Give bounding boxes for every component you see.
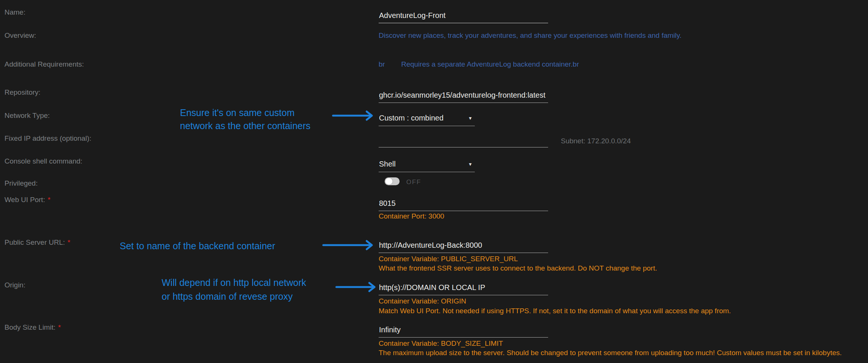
additional-requirements-prefix: br: [379, 60, 385, 68]
webui-port-label: Web UI Port:: [4, 196, 45, 204]
webui-port-input[interactable]: [379, 199, 548, 211]
console-shell-select[interactable]: Shell ▼: [379, 160, 475, 172]
network-type-select[interactable]: Custom : combined ▼: [379, 114, 475, 126]
console-shell-label: Console shell command:: [4, 157, 82, 165]
repository-label: Repository:: [4, 88, 40, 97]
origin-annotation-arrow-icon: [336, 281, 379, 293]
origin-label: Origin:: [4, 281, 25, 289]
origin-variable-note: Container Variable: ORIGIN: [379, 297, 466, 305]
body-size-limit-label: Body Size Limit:: [4, 323, 55, 331]
public-server-url-input[interactable]: [379, 241, 548, 253]
toggle-knob: [385, 178, 392, 184]
container-template-form: Name: Overview: Discover new places, tra…: [0, 0, 868, 363]
container-port-note: Container Port: 3000: [379, 212, 444, 220]
chevron-down-icon: ▼: [468, 162, 473, 167]
chevron-down-icon: ▼: [468, 116, 473, 121]
privileged-state-label: OFF: [406, 179, 421, 186]
public-server-url-description: What the frontend SSR server uses to con…: [379, 264, 657, 272]
origin-annotation-line1: Will depend if on http local network: [162, 277, 306, 288]
repository-input[interactable]: [379, 91, 548, 103]
name-input[interactable]: [379, 11, 548, 23]
subnet-note: Subnet: 172.20.0.0/24: [561, 137, 631, 145]
origin-annotation-line2: or https domain of revese proxy: [162, 291, 293, 302]
body-size-limit-description: The maximum upload size to the server. S…: [379, 349, 842, 357]
public-url-annotation: Set to name of the backend container: [120, 241, 275, 251]
required-asterisk: *: [48, 196, 50, 204]
body-size-limit-input[interactable]: [379, 326, 548, 338]
network-annotation-line1: Ensure it's on same custom: [180, 107, 294, 118]
additional-requirements-text: br Requires a separate AdventureLog back…: [379, 60, 579, 68]
body-size-limit-variable-note: Container Variable: BODY_SIZE_LIMIT: [379, 339, 503, 348]
network-annotation-arrow-icon: [332, 110, 376, 121]
required-asterisk: *: [68, 238, 70, 246]
origin-input[interactable]: [379, 283, 548, 295]
network-annotation-line2: network as the other containers: [180, 121, 311, 131]
public-server-url-label: Public Server URL:: [4, 238, 65, 246]
overview-text: Discover new places, track your adventur…: [379, 31, 682, 40]
body-size-limit-label-row: Body Size Limit:*: [4, 323, 61, 332]
origin-description: Match Web UI Port. Not needed if using H…: [379, 307, 731, 315]
privileged-toggle[interactable]: [385, 177, 400, 185]
console-shell-value: Shell: [379, 160, 395, 168]
required-asterisk: *: [58, 323, 61, 331]
privileged-label: Privileged:: [4, 179, 38, 187]
public-url-annotation-arrow-icon: [323, 240, 375, 251]
fixed-ip-label: Fixed IP address (optional):: [4, 134, 91, 143]
overview-label: Overview:: [4, 31, 36, 40]
additional-requirements-label: Additional Requirements:: [4, 60, 84, 68]
public-server-url-variable-note: Container Variable: PUBLIC_SERVER_URL: [379, 255, 518, 263]
network-type-label: Network Type:: [4, 112, 50, 120]
public-server-url-label-row: Public Server URL:*: [4, 238, 70, 247]
network-type-value: Custom : combined: [379, 114, 443, 122]
name-label: Name:: [4, 8, 25, 16]
fixed-ip-input[interactable]: [379, 136, 548, 147]
additional-requirements-value: Requires a separate AdventureLog backend…: [401, 60, 579, 68]
webui-port-label-row: Web UI Port:*: [4, 196, 51, 204]
